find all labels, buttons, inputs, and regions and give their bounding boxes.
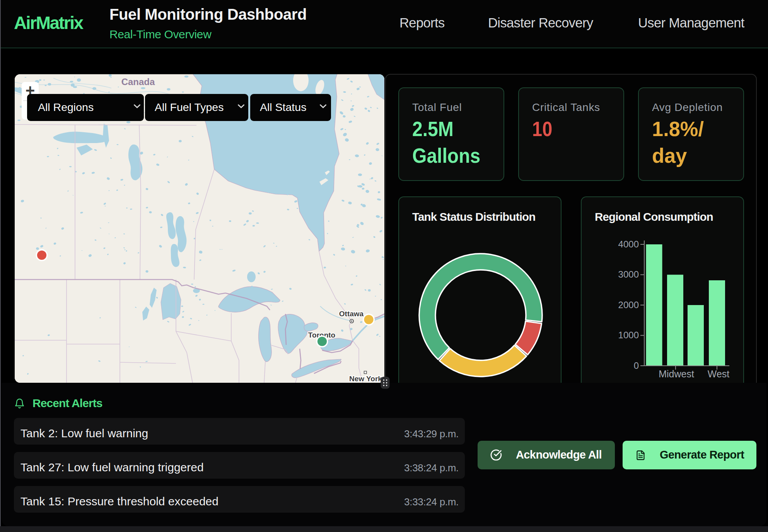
svg-text:West: West [708, 368, 730, 379]
svg-text:New York: New York [349, 375, 382, 383]
svg-text:3000: 3000 [618, 269, 639, 280]
svg-text:Canada: Canada [121, 77, 155, 87]
svg-text:4000: 4000 [618, 239, 639, 249]
svg-text:1000: 1000 [618, 330, 639, 340]
svg-text:2000: 2000 [618, 300, 639, 310]
svg-text:Midwest: Midwest [659, 368, 694, 379]
svg-text:Ottawa: Ottawa [339, 310, 364, 318]
svg-text:0: 0 [634, 360, 639, 371]
